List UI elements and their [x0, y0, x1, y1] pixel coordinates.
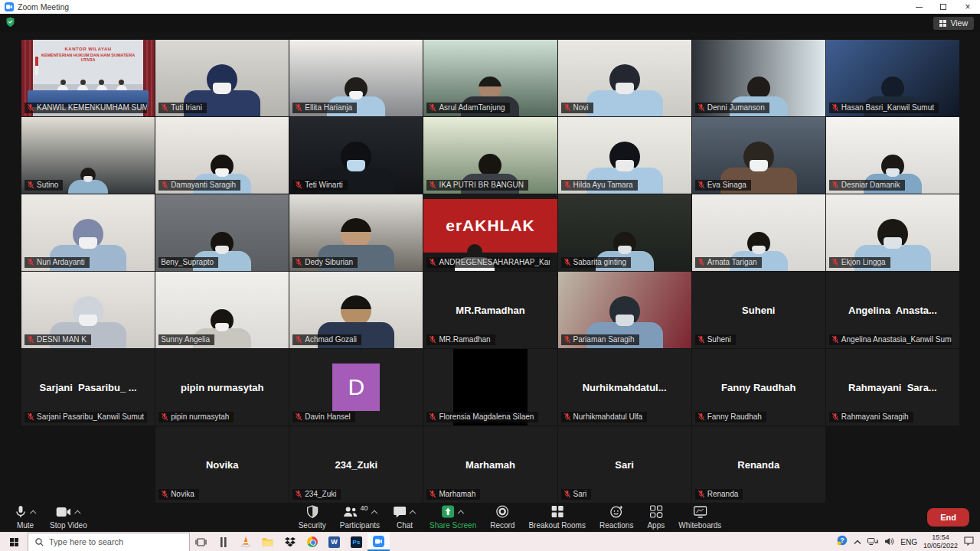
participant-tile[interactable]: RenandaRenanda [692, 426, 825, 503]
participant-tile[interactable]: Desniar Damanik [826, 117, 959, 194]
participant-tile[interactable]: Dedy Siburian [289, 194, 423, 271]
participant-name-label: Beny_Suprapto [158, 257, 218, 268]
pipes-icon[interactable] [212, 533, 234, 551]
dropbox-icon[interactable] [279, 533, 301, 551]
participant-tile[interactable]: pipin nurmasytahpipin nurmasytah [155, 349, 289, 425]
video-grid: KANTOR WILAYAH KEMENTERIAN HUKUM DAN HAM… [21, 40, 959, 503]
participant-tile[interactable]: DESNI MAN K [21, 272, 155, 348]
toolbar-button-share-screen[interactable]: Share Screen [423, 503, 483, 532]
view-button[interactable]: View [933, 17, 974, 30]
tray-chevron-up-icon[interactable] [854, 535, 861, 549]
file-explorer-icon[interactable] [256, 533, 279, 551]
participant-tile[interactable]: Damayanti Saragih [155, 117, 289, 194]
participant-tile[interactable]: Arnata Tarigan [692, 194, 825, 271]
toolbar-button-record[interactable]: Record [483, 503, 521, 532]
participant-tile[interactable]: Nuri Ardayanti [21, 194, 155, 271]
action-center-icon[interactable] [964, 535, 974, 549]
participant-tile[interactable]: Eva Sinaga [692, 117, 825, 194]
toolbar-button-chat[interactable]: Chat [387, 503, 423, 532]
participant-tile[interactable]: SariSari [558, 426, 691, 503]
participant-tile[interactable]: Achmad Gozali [289, 272, 423, 348]
chevron-up-icon[interactable] [371, 510, 377, 516]
participant-tile[interactable]: Hilda Ayu Tamara [558, 117, 691, 194]
task-view-icon[interactable] [190, 533, 212, 551]
participant-tile[interactable]: Sabarita ginting [558, 194, 691, 271]
taskbar-clock[interactable]: 15:54 10/05/2022 [923, 533, 958, 551]
participant-tile[interactable]: Pariaman Saragih [558, 272, 691, 348]
participant-tile[interactable]: Ellita Harianja [289, 40, 423, 116]
muted-mic-icon [697, 258, 705, 266]
participant-tile[interactable]: Florensia Magdalena Silaen [423, 349, 557, 425]
participant-name-label: MR.Ramadhan [426, 334, 495, 345]
participant-tile[interactable]: SuheniSuheni [692, 272, 825, 348]
participant-tile[interactable]: Asrul AdamTanjung [423, 40, 557, 116]
participant-tile[interactable]: Tuti Iriani [155, 40, 289, 116]
participant-tile[interactable]: Angelina Anasta...Angelina Anastasia_Kan… [826, 272, 959, 348]
vlc-icon[interactable] [234, 533, 256, 551]
participant-name-label: Novi [561, 103, 593, 113]
muted-mic-icon [295, 412, 302, 421]
participant-name-label: Nuri Ardayanti [24, 257, 90, 268]
toolbar-button-reactions[interactable]: Reactions [593, 503, 640, 532]
participant-name-label: Marhamah [426, 489, 480, 500]
participant-tile[interactable]: MR.RamadhanMR.Ramadhan [423, 272, 557, 348]
end-meeting-button[interactable]: End [927, 508, 969, 527]
participant-tile[interactable]: erAKHLAK ANDREGENESAHARAHAP_Kanwil Sumut [423, 194, 557, 271]
participant-tile[interactable]: Beny_Suprapto [155, 194, 289, 271]
word-icon[interactable]: W [323, 533, 345, 551]
muted-mic-icon [161, 103, 168, 112]
participant-tile[interactable]: Fanny RaudhahFanny Raudhah [692, 349, 825, 425]
minimize-button[interactable] [906, 0, 931, 14]
participant-tile[interactable]: Sarjani Pasaribu_ ...Sarjani Pasaribu_Ka… [21, 349, 155, 425]
participant-name-label: Florensia Magdalena Silaen [426, 412, 538, 422]
participant-tile[interactable]: NovikaNovika [155, 426, 289, 503]
zoom-icon[interactable] [368, 533, 390, 551]
help-tray-icon[interactable]: ? [837, 535, 848, 549]
participant-name: Rahmayani Saragih [841, 412, 909, 421]
speaker-icon[interactable] [884, 535, 894, 549]
toolbar-button-security[interactable]: Security [292, 503, 333, 532]
toolbar-button-mute[interactable]: Mute [8, 503, 43, 532]
toolbar-button-stop-video[interactable]: Stop Video [43, 503, 94, 532]
system-tray: ? ENG 15:54 10/05/2022 [837, 533, 980, 551]
participant-tile[interactable]: Nurhikmahdatul...Nurhikmahdatul Ulfa [558, 349, 691, 425]
participant-tile[interactable]: Ekjon Lingga [826, 194, 959, 271]
muted-mic-icon [564, 181, 571, 189]
toolbar-button-label: Whiteboards [678, 521, 721, 530]
chevron-up-icon[interactable] [74, 510, 80, 516]
participant-name-label: DESNI MAN K [24, 334, 91, 345]
taskbar-search-input[interactable]: Type here to search [28, 533, 190, 551]
language-indicator[interactable]: ENG [900, 538, 917, 546]
close-button[interactable]: × [956, 0, 980, 14]
participant-name-label: Renanda [695, 489, 743, 500]
chevron-up-icon[interactable] [410, 510, 416, 516]
photoshop-icon[interactable]: Ps [345, 533, 368, 551]
chevron-up-icon[interactable] [458, 510, 464, 516]
person-head [341, 295, 371, 326]
participant-tile[interactable]: Teti Winarti [289, 117, 423, 194]
participant-tile[interactable]: Hasan Basri_Kanwil Sumut [826, 40, 959, 116]
chevron-up-icon[interactable] [30, 510, 36, 516]
participant-tile[interactable]: Novi [558, 40, 691, 116]
participant-name: Novika [171, 490, 194, 498]
participant-tile[interactable]: DDavin Hansel [289, 349, 423, 425]
participant-tile[interactable]: Denni Jumanson [692, 40, 825, 116]
start-button[interactable] [0, 533, 28, 551]
toolbar-button-apps[interactable]: Apps [640, 503, 671, 532]
clock-time: 15:54 [923, 533, 958, 542]
chrome-icon[interactable] [301, 533, 323, 551]
participant-tile[interactable]: Rahmayani Sara...Rahmayani Saragih [826, 349, 959, 425]
participant-tile[interactable]: Sutino [21, 117, 155, 194]
participant-tile[interactable]: KANTOR WILAYAH KEMENTERIAN HUKUM DAN HAM… [21, 40, 155, 116]
toolbar-button-breakout-rooms[interactable]: Breakout Rooms [521, 503, 592, 532]
toolbar-button-whiteboards[interactable]: Whiteboards [671, 503, 728, 532]
participant-tile[interactable]: MarhamahMarhamah [423, 426, 557, 503]
network-icon[interactable] [867, 535, 878, 549]
maximize-button[interactable] [931, 0, 956, 14]
face-mask [618, 246, 632, 254]
muted-mic-icon [27, 103, 34, 112]
participant-tile[interactable]: IKA PUTRI BR BANGUN [423, 117, 557, 194]
toolbar-button-participants[interactable]: 40 Participants [333, 503, 387, 532]
participant-tile[interactable]: 234_Zuki234_Zuki [289, 426, 423, 503]
participant-tile[interactable]: Sunny Angelia [155, 272, 289, 348]
